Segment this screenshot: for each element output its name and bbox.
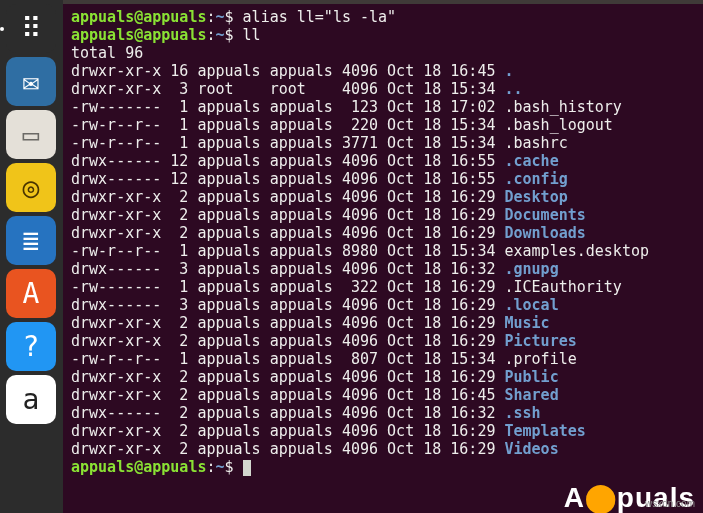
file-name: Templates xyxy=(504,422,585,440)
libreoffice-icon[interactable]: ≣ xyxy=(6,216,56,265)
file-name: .ICEauthority xyxy=(504,278,621,296)
file-row: drwxr-xr-x 2 appuals appuals 4096 Oct 18… xyxy=(71,368,695,386)
prompt-sigil: $ xyxy=(225,26,243,44)
prompt-user: appuals@appuals xyxy=(71,458,206,476)
file-meta: drwxr-xr-x 2 appuals appuals 4096 Oct 18… xyxy=(71,224,504,242)
file-name: Videos xyxy=(504,440,558,458)
file-name: Pictures xyxy=(504,332,576,350)
file-name: .cache xyxy=(504,152,558,170)
terminal-line: appuals@appuals:~$ alias ll="ls -la" xyxy=(71,8,695,26)
file-row: -rw-r--r-- 1 appuals appuals 220 Oct 18 … xyxy=(71,116,695,134)
file-name: .bash_history xyxy=(504,98,621,116)
file-name: .profile xyxy=(504,350,576,368)
file-meta: drwxr-xr-x 3 root root 4096 Oct 18 15:34 xyxy=(71,80,504,98)
prompt-sep: : xyxy=(206,458,215,476)
file-row: drwxr-xr-x 2 appuals appuals 4096 Oct 18… xyxy=(71,422,695,440)
terminal-line: total 96 xyxy=(71,44,695,62)
prompt-sigil: $ xyxy=(225,458,243,476)
file-meta: drwxr-xr-x 2 appuals appuals 4096 Oct 18… xyxy=(71,314,504,332)
file-meta: drwxr-xr-x 2 appuals appuals 4096 Oct 18… xyxy=(71,188,504,206)
file-name: Documents xyxy=(504,206,585,224)
file-meta: -rw------- 1 appuals appuals 123 Oct 18 … xyxy=(71,98,504,116)
file-row: -rw------- 1 appuals appuals 322 Oct 18 … xyxy=(71,278,695,296)
file-meta: drwx------ 12 appuals appuals 4096 Oct 1… xyxy=(71,152,504,170)
file-name: .bash_logout xyxy=(504,116,612,134)
file-row: drwxr-xr-x 2 appuals appuals 4096 Oct 18… xyxy=(71,332,695,350)
prompt-cwd: ~ xyxy=(216,26,225,44)
file-meta: -rw------- 1 appuals appuals 322 Oct 18 … xyxy=(71,278,504,296)
file-name: . xyxy=(504,62,513,80)
help-icon[interactable]: ? xyxy=(6,322,56,371)
file-meta: -rw-r--r-- 1 appuals appuals 8980 Oct 18… xyxy=(71,242,504,260)
file-row: drwx------ 2 appuals appuals 4096 Oct 18… xyxy=(71,404,695,422)
terminal-window: appuals@appuals:~$ alias ll="ls -la"appu… xyxy=(63,0,703,513)
file-meta: drwxr-xr-x 2 appuals appuals 4096 Oct 18… xyxy=(71,368,504,386)
listing-header: total 96 xyxy=(71,44,143,62)
file-row: drwxr-xr-x 2 appuals appuals 4096 Oct 18… xyxy=(71,188,695,206)
file-name: .. xyxy=(504,80,522,98)
file-meta: -rw-r--r-- 1 appuals appuals 807 Oct 18 … xyxy=(71,350,504,368)
file-meta: -rw-r--r-- 1 appuals appuals 3771 Oct 18… xyxy=(71,134,504,152)
file-meta: drwx------ 2 appuals appuals 4096 Oct 18… xyxy=(71,404,504,422)
file-meta: drwxr-xr-x 2 appuals appuals 4096 Oct 18… xyxy=(71,422,504,440)
command-text: ll xyxy=(243,26,261,44)
file-row: drwxr-xr-x 2 appuals appuals 4096 Oct 18… xyxy=(71,386,695,404)
cursor xyxy=(243,460,251,476)
prompt-sigil: $ xyxy=(225,8,243,26)
file-meta: -rw-r--r-- 1 appuals appuals 220 Oct 18 … xyxy=(71,116,504,134)
terminal-line: appuals@appuals:~$ xyxy=(71,458,695,476)
show-apps-icon[interactable]: ⠿ xyxy=(6,4,56,53)
file-name: .local xyxy=(504,296,558,314)
command-text: alias ll="ls -la" xyxy=(243,8,397,26)
prompt-cwd: ~ xyxy=(216,8,225,26)
file-row: drwx------ 3 appuals appuals 4096 Oct 18… xyxy=(71,260,695,278)
file-row: -rw-r--r-- 1 appuals appuals 8980 Oct 18… xyxy=(71,242,695,260)
file-name: Public xyxy=(504,368,558,386)
prompt-cwd: ~ xyxy=(216,458,225,476)
file-name: Desktop xyxy=(504,188,567,206)
file-row: drwxr-xr-x 2 appuals appuals 4096 Oct 18… xyxy=(71,440,695,458)
dock: ⠿✉▭◎≣A?a xyxy=(0,0,63,513)
file-name: examples.desktop xyxy=(504,242,649,260)
file-row: -rw------- 1 appuals appuals 123 Oct 18 … xyxy=(71,98,695,116)
terminal-line: appuals@appuals:~$ ll xyxy=(71,26,695,44)
file-name: .bashrc xyxy=(504,134,567,152)
file-name: Shared xyxy=(504,386,558,404)
file-meta: drwx------ 3 appuals appuals 4096 Oct 18… xyxy=(71,260,504,278)
prompt-sep: : xyxy=(206,8,215,26)
thunderbird-icon[interactable]: ✉ xyxy=(6,57,56,106)
file-row: drwxr-xr-x 16 appuals appuals 4096 Oct 1… xyxy=(71,62,695,80)
software-icon[interactable]: A xyxy=(6,269,56,318)
file-row: drwx------ 12 appuals appuals 4096 Oct 1… xyxy=(71,152,695,170)
file-row: -rw-r--r-- 1 appuals appuals 807 Oct 18 … xyxy=(71,350,695,368)
prompt-user: appuals@appuals xyxy=(71,26,206,44)
file-meta: drwx------ 12 appuals appuals 4096 Oct 1… xyxy=(71,170,504,188)
file-name: .config xyxy=(504,170,567,188)
file-row: drwx------ 3 appuals appuals 4096 Oct 18… xyxy=(71,296,695,314)
file-name: Downloads xyxy=(504,224,585,242)
file-row: drwx------ 12 appuals appuals 4096 Oct 1… xyxy=(71,170,695,188)
file-name: .ssh xyxy=(504,404,540,422)
terminal-body[interactable]: appuals@appuals:~$ alias ll="ls -la"appu… xyxy=(63,4,703,480)
file-row: drwxr-xr-x 2 appuals appuals 4096 Oct 18… xyxy=(71,224,695,242)
file-meta: drwx------ 3 appuals appuals 4096 Oct 18… xyxy=(71,296,504,314)
amazon-icon[interactable]: a xyxy=(6,375,56,424)
file-row: drwxr-xr-x 3 root root 4096 Oct 18 15:34… xyxy=(71,80,695,98)
rhythmbox-icon[interactable]: ◎ xyxy=(6,163,56,212)
file-meta: drwxr-xr-x 2 appuals appuals 4096 Oct 18… xyxy=(71,440,504,458)
file-name: Music xyxy=(504,314,549,332)
prompt-user: appuals@appuals xyxy=(71,8,206,26)
file-meta: drwxr-xr-x 16 appuals appuals 4096 Oct 1… xyxy=(71,62,504,80)
file-row: -rw-r--r-- 1 appuals appuals 3771 Oct 18… xyxy=(71,134,695,152)
file-meta: drwxr-xr-x 2 appuals appuals 4096 Oct 18… xyxy=(71,206,504,224)
file-name: .gnupg xyxy=(504,260,558,278)
prompt-sep: : xyxy=(206,26,215,44)
file-meta: drwxr-xr-x 2 appuals appuals 4096 Oct 18… xyxy=(71,386,504,404)
files-icon[interactable]: ▭ xyxy=(6,110,56,159)
file-row: drwxr-xr-x 2 appuals appuals 4096 Oct 18… xyxy=(71,206,695,224)
file-row: drwxr-xr-x 2 appuals appuals 4096 Oct 18… xyxy=(71,314,695,332)
file-meta: drwxr-xr-x 2 appuals appuals 4096 Oct 18… xyxy=(71,332,504,350)
